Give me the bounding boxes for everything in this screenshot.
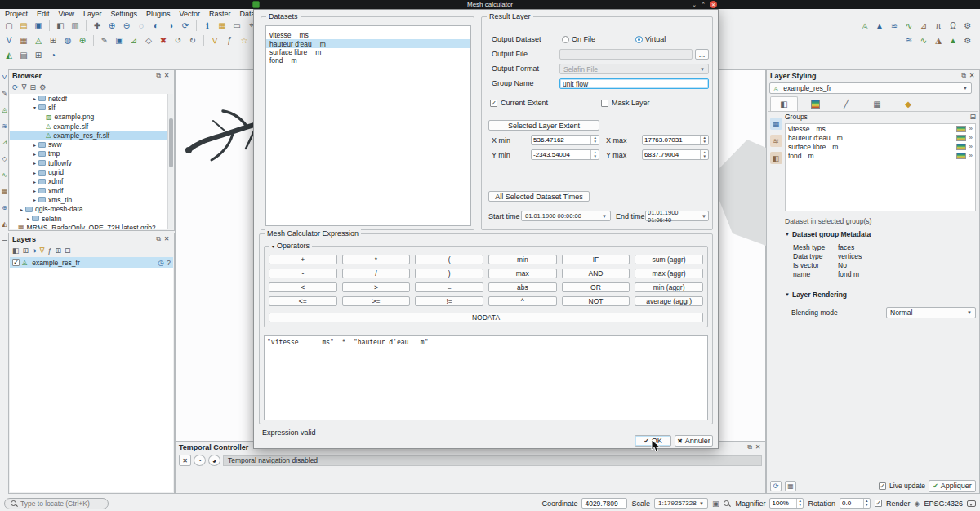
menu-view[interactable]: View bbox=[59, 10, 74, 18]
mask-layer-row[interactable]: Mask Layer bbox=[601, 99, 650, 107]
mesh-tool-icon[interactable]: ◬ bbox=[2, 106, 7, 113]
y-max-input[interactable] bbox=[643, 150, 700, 159]
op-avg-aggr-button[interactable]: average (aggr) bbox=[635, 296, 703, 306]
zoom-last-icon[interactable]: ◐ bbox=[149, 19, 163, 32]
current-extent-row[interactable]: ✓ Current Extent bbox=[490, 99, 548, 107]
op-rparen-button[interactable]: ) bbox=[415, 269, 483, 278]
temporal-off-button[interactable]: ✕ bbox=[179, 455, 191, 466]
tree-item-example-png[interactable]: ▨example.png bbox=[10, 113, 167, 122]
all-dataset-times-button[interactable]: All Selected Dataset Times bbox=[488, 191, 590, 202]
filter-legend-icon[interactable]: ∇ bbox=[208, 33, 221, 47]
group-row-hauteur[interactable]: hauteur d'eaum» bbox=[786, 133, 975, 142]
operators-collapsible-title[interactable]: ▾Operators bbox=[270, 242, 312, 250]
dataset-values-icon[interactable]: ◧ bbox=[770, 152, 782, 164]
temporal-fixed-range-button[interactable]: ◔ bbox=[194, 455, 206, 466]
op-or-button[interactable]: OR bbox=[562, 282, 630, 292]
tab-contours[interactable] bbox=[801, 96, 829, 111]
op-min-button[interactable]: min bbox=[488, 255, 557, 264]
remove-layer-icon[interactable]: ⊟ bbox=[65, 247, 71, 255]
chevron-right-icon[interactable]: ▸ bbox=[24, 216, 32, 221]
expand-all-icon[interactable]: ⊞ bbox=[56, 247, 62, 255]
contours-icon[interactable] bbox=[956, 135, 966, 141]
y-min-input[interactable] bbox=[532, 150, 590, 159]
window-titlebar[interactable]: Mesh calculator ⌄ ⌃ ✕ bbox=[0, 0, 980, 9]
dataset-row-fond[interactable]: fondm bbox=[266, 56, 470, 64]
menu-layer[interactable]: Layer bbox=[83, 10, 102, 18]
spin-arrows-icon[interactable]: ▲▼ bbox=[590, 136, 599, 144]
menu-vector[interactable]: Vector bbox=[179, 10, 200, 18]
x-max-spinbox[interactable]: ▲▼ bbox=[642, 135, 709, 145]
op-multiply-button[interactable]: * bbox=[342, 255, 411, 264]
clock-tool-icon[interactable]: ◔ bbox=[47, 48, 60, 61]
add-wms-layer-icon[interactable]: ◍ bbox=[61, 33, 74, 47]
chevron-down-icon[interactable]: ▾ bbox=[31, 104, 38, 110]
group-row-vitesse[interactable]: vitessems» bbox=[786, 124, 975, 133]
zoom-out-icon[interactable]: ⊖ bbox=[120, 19, 133, 32]
layer-notes-icon[interactable]: ? bbox=[167, 259, 171, 267]
chevron-right-icon[interactable]: ▸ bbox=[31, 142, 38, 148]
add-feature-icon[interactable]: ⊿ bbox=[127, 33, 140, 47]
chevron-right-icon[interactable]: ▸ bbox=[18, 207, 25, 212]
vectors-icon[interactable]: » bbox=[969, 134, 973, 141]
y-min-spinbox[interactable]: ▲▼ bbox=[531, 149, 599, 160]
metadata-section-header[interactable]: ▼ Dataset group Metadata bbox=[785, 230, 871, 238]
render-checkbox[interactable]: ✓ bbox=[875, 500, 882, 507]
close-icon[interactable]: ✕ bbox=[710, 1, 717, 8]
python-console-icon[interactable]: ≋ bbox=[888, 19, 901, 32]
browser-scrollbar[interactable] bbox=[167, 94, 173, 229]
save-project-icon[interactable]: ▣ bbox=[32, 19, 45, 32]
x-max-input[interactable] bbox=[643, 136, 700, 144]
op-gt-button[interactable]: > bbox=[342, 282, 411, 292]
map-extent-icon[interactable]: ▦ bbox=[785, 481, 796, 491]
layer-visibility-checkbox[interactable]: ✓ bbox=[12, 259, 20, 266]
save-edits-icon[interactable]: ▣ bbox=[113, 33, 126, 47]
layer-history-icon[interactable]: ▤ bbox=[17, 48, 30, 61]
new-project-icon[interactable]: ▢ bbox=[2, 19, 16, 32]
tree-item-xms-tin[interactable]: ▸xms_tin bbox=[10, 195, 167, 204]
add-mesh-layer-icon[interactable]: ◬ bbox=[32, 33, 45, 47]
chevron-right-icon[interactable]: ▸ bbox=[31, 197, 38, 202]
float-panel-icon[interactable]: ⧉ bbox=[154, 235, 163, 243]
mask-layer-checkbox[interactable] bbox=[601, 100, 608, 107]
vectors-icon[interactable]: » bbox=[969, 143, 973, 150]
dataset-row-vitesse[interactable]: vitessems bbox=[266, 31, 470, 39]
manage-themes-icon[interactable]: ◑ bbox=[32, 247, 36, 255]
maximize-icon[interactable]: ⌃ bbox=[701, 2, 706, 8]
edit-pencil-icon[interactable]: ✎ bbox=[2, 90, 7, 97]
tree-item-selafin[interactable]: ▸selafin bbox=[10, 214, 167, 223]
list-tool-icon[interactable]: ☰ bbox=[2, 237, 7, 244]
statistics-icon[interactable]: π bbox=[932, 19, 945, 32]
redo-icon[interactable]: ↻ bbox=[186, 33, 199, 47]
terrain-shade-icon[interactable]: ▲ bbox=[947, 33, 960, 47]
expression-icon[interactable]: ƒ bbox=[223, 33, 236, 47]
favorites-icon[interactable]: ☆ bbox=[238, 33, 251, 47]
ok-button[interactable]: ✔OK bbox=[635, 435, 671, 447]
chevron-right-icon[interactable]: ▸ bbox=[31, 188, 38, 193]
x-min-input[interactable] bbox=[532, 136, 590, 144]
select-features-icon[interactable]: ▦ bbox=[216, 19, 229, 32]
op-lt-button[interactable]: < bbox=[269, 282, 337, 292]
georeferencer-icon[interactable]: ⊿ bbox=[917, 19, 930, 32]
float-panel-icon[interactable]: ⧉ bbox=[960, 72, 968, 80]
chevron-right-icon[interactable]: ▸ bbox=[31, 151, 38, 157]
crs-button[interactable]: EPSG:4326 bbox=[924, 500, 963, 508]
raster-grid-icon[interactable]: ▦ bbox=[2, 188, 8, 195]
filter-legend-icon[interactable]: ∇ bbox=[40, 247, 45, 255]
current-extent-checkbox[interactable]: ✓ bbox=[490, 100, 497, 107]
dataset-groups-icon[interactable]: ▦ bbox=[770, 118, 782, 130]
layout-manager-icon[interactable]: ◧ bbox=[54, 19, 67, 32]
tree-item-example-res-fr-slf[interactable]: ◬example_res_fr.slf bbox=[10, 131, 167, 140]
flow-tool-icon[interactable]: ∿ bbox=[2, 171, 7, 179]
tree-item-ugrid[interactable]: ▸ugrid bbox=[10, 167, 167, 176]
locate-search[interactable] bbox=[4, 498, 109, 509]
tab-labels[interactable]: ◆ bbox=[894, 96, 922, 111]
op-if-button[interactable]: IF bbox=[562, 255, 630, 264]
op-plus-button[interactable]: + bbox=[269, 255, 337, 264]
zoom-in-icon[interactable]: ⊕ bbox=[105, 19, 118, 32]
tree-item-netcdf[interactable]: ▸netcdf bbox=[10, 94, 167, 103]
tree-item-qgis-mesh-data[interactable]: ▸qgis-mesh-data bbox=[10, 205, 167, 214]
spin-arrows-icon[interactable]: ▲▼ bbox=[700, 150, 708, 159]
extra-settings-icon[interactable]: ⚙ bbox=[961, 33, 974, 47]
tree-item-example-slf[interactable]: ◬example.slf bbox=[10, 122, 167, 131]
tab-symbology[interactable]: ◧ bbox=[770, 96, 798, 111]
